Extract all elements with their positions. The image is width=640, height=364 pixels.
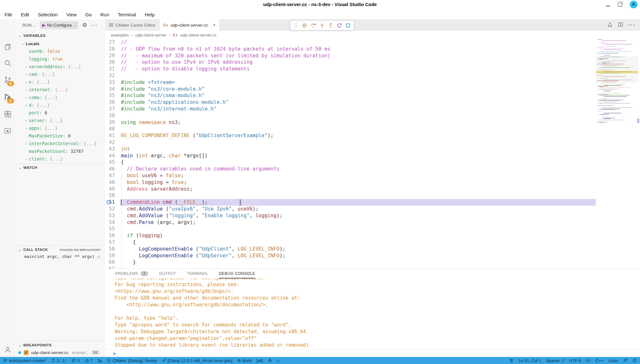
variable-row-d[interactable]: ›d: {...}: [15, 101, 105, 109]
chevron-right-icon[interactable]: ›: [24, 142, 29, 145]
minimize-icon[interactable]: [606, 6, 610, 6]
statusbar-encoding[interactable]: UTF-8: [569, 358, 581, 363]
chevron-right-icon[interactable]: ›: [24, 103, 29, 107]
call-stack-frame[interactable]: main(int argc, char ** argv) u.: [24, 254, 102, 259]
launch-config-dropdown[interactable]: ▶ No Configura ⌄: [40, 21, 79, 29]
variable-row-interPacketInterval[interactable]: ›interPacketInterval: {...}: [15, 140, 105, 147]
code-line-43[interactable]: 43int: [105, 146, 640, 153]
statusbar-indentation[interactable]: Spaces: 2: [546, 358, 565, 363]
code-line-31[interactable]: 31// - option to disable logging stateme…: [105, 66, 640, 72]
close-icon[interactable]: ×: [630, 1, 637, 8]
continue-icon[interactable]: [300, 21, 309, 29]
breadcrumb-item[interactable]: udp-client-server: [135, 33, 166, 37]
variable-row-server[interactable]: ›server: {...}: [15, 117, 105, 124]
code-line-30[interactable]: 30// - option to use IPv4 or IPv6 addres…: [105, 59, 640, 66]
code-line-37[interactable]: 37#include "ns3/internet-module.h": [105, 106, 640, 112]
statusbar-errors[interactable]: 0: [72, 358, 80, 363]
variable-row-serverAddress[interactable]: ›serverAddress: {...}: [15, 63, 105, 70]
more-actions-icon[interactable]: ···: [628, 22, 636, 28]
variables-scope-row[interactable]: ⌄Locals: [15, 40, 105, 47]
code-line-54[interactable]: 54 cmd.Parse (argc, argv);: [105, 219, 640, 226]
chevron-right-icon[interactable]: ›: [24, 72, 29, 76]
code-line-49[interactable]: 49 Address serverAddress;: [105, 186, 640, 193]
breadcrumb-item[interactable]: examples: [111, 33, 129, 37]
statusbar-run-target-button[interactable]: ▷: [277, 359, 280, 363]
account-icon[interactable]: [0, 342, 15, 357]
statusbar-cursor-position[interactable]: Ln 51, Col 1: [518, 358, 541, 363]
step-out-icon[interactable]: [326, 21, 335, 29]
restart-icon[interactable]: [335, 21, 344, 29]
code-line-28[interactable]: 28// - UDP flow from n0 to n1 of 1024 by…: [105, 46, 640, 53]
menu-item-terminal[interactable]: Terminal: [118, 12, 136, 17]
code-line-45[interactable]: 45{: [105, 159, 640, 166]
code-line-44[interactable]: 44main (int argc, char *argv[]): [105, 153, 640, 159]
cmake-tools-icon[interactable]: [0, 123, 15, 138]
menu-item-go[interactable]: Go: [85, 12, 92, 17]
code-line-59[interactable]: 59 LogComponentEnable ("UdpServer", LOG_…: [105, 252, 640, 259]
chevron-right-icon[interactable]: ›: [24, 95, 29, 99]
variable-row-logging[interactable]: logging: true: [15, 55, 105, 63]
statusbar-sync-changes[interactable]: 0↓ 1↑: [51, 358, 67, 363]
split-editor-icon[interactable]: [618, 22, 623, 29]
code-line-35[interactable]: 35#include "ns3/csma-module.h": [105, 92, 640, 99]
code-line-36[interactable]: 36#include "ns3/applications-module.h": [105, 99, 640, 106]
code-line-46[interactable]: 46 // Declare variables used in command-…: [105, 166, 640, 172]
step-over-icon[interactable]: [309, 21, 318, 29]
debug-settings-gear-icon[interactable]: ⚙: [82, 22, 87, 29]
statusbar-remote-indicator[interactable]: [509, 358, 514, 363]
step-into-icon[interactable]: [318, 21, 326, 29]
code-line-48[interactable]: 48 bool logging = true;: [105, 179, 640, 186]
variable-row-cmd[interactable]: ›cmd: {...}: [15, 70, 105, 78]
breakpoints-section-header[interactable]: ⌄ BREAKPOINTS: [15, 342, 105, 349]
run-debug-icon[interactable]: 1: [0, 89, 15, 105]
breadcrumb-item[interactable]: udp-client-server.cc: [180, 33, 216, 37]
panel-tab-debug-console[interactable]: DEBUG CONSOLE: [219, 269, 255, 278]
statusbar-language-mode[interactable]: C++: [595, 358, 603, 363]
restore-icon[interactable]: [618, 3, 622, 7]
statusbar-debug-status[interactable]: [97, 358, 102, 363]
variable-row-port[interactable]: port: 0: [15, 109, 105, 117]
tab-cmake-cache-editor[interactable]: CMake Cache Editor: [105, 19, 160, 31]
statusbar-cmake-status[interactable]: CMake: [Debug]: Ready: [107, 358, 157, 363]
run-below-icon[interactable]: [607, 22, 613, 29]
breakpoint-checkbox[interactable]: ✓: [24, 350, 29, 355]
chevron-right-icon[interactable]: ›: [24, 65, 29, 69]
code-line-40[interactable]: 40: [105, 126, 640, 132]
panel-tab-terminal[interactable]: TERMINAL: [187, 269, 208, 278]
console-prompt[interactable]: >: [113, 351, 116, 357]
chevron-right-icon[interactable]: ›: [24, 119, 29, 122]
code-line-47[interactable]: 47 bool useV6 = false;: [105, 172, 640, 179]
code-line-52[interactable]: 52 cmd.AddValue ("useIpv6", "Use Ipv6", …: [105, 206, 640, 212]
variables-section-header[interactable]: ⌄ VARIABLES: [15, 32, 105, 39]
code-line-58[interactable]: 58 LogComponentEnable ("UdpClient", LOG_…: [105, 246, 640, 252]
statusbar-eol[interactable]: LF: [586, 358, 591, 363]
chevron-right-icon[interactable]: ›: [24, 88, 29, 92]
statusbar-git-branch[interactable]: buildsystem-cmake*: [3, 358, 46, 363]
menu-item-view[interactable]: View: [66, 12, 77, 17]
statusbar-build-target[interactable]: [all]: [257, 358, 263, 363]
variable-row-csma[interactable]: ›csma: {...}: [15, 94, 105, 101]
statusbar-warnings[interactable]: 7: [85, 358, 93, 363]
variable-row-MaxPacketSize[interactable]: MaxPacketSize: 0: [15, 132, 105, 140]
explorer-icon[interactable]: [0, 39, 15, 54]
variable-row-apps[interactable]: ›apps: {...}: [15, 124, 105, 132]
code-line-56[interactable]: 56 if (logging): [105, 232, 640, 239]
menu-item-selection[interactable]: Selection: [38, 12, 58, 17]
code-line-53[interactable]: 53 cmd.AddValue ("logging", "Enable logg…: [105, 212, 640, 219]
source-control-icon[interactable]: 6: [0, 72, 15, 87]
code-line-60[interactable]: 60 }: [105, 259, 640, 266]
variable-row-internet[interactable]: ›internet: {...}: [15, 86, 105, 94]
code-line-27[interactable]: 27//: [105, 39, 640, 46]
statusbar-os-indicator[interactable]: Linux: [608, 358, 618, 363]
code-line-61[interactable]: 61: [105, 266, 640, 269]
code-line-39[interactable]: 39using namespace ns3;: [105, 119, 640, 126]
variable-row-n[interactable]: ›n: {...}: [15, 78, 105, 86]
variable-row-maxPacketCount[interactable]: maxPacketCount: 32767: [15, 147, 105, 155]
statusbar-notifications[interactable]: [632, 358, 637, 363]
panel-tab-output[interactable]: OUTPUT: [159, 269, 176, 278]
code-line-29[interactable]: 29// - maximum of 320 packets sent (or l…: [105, 53, 640, 59]
stop-icon[interactable]: [344, 21, 352, 29]
tab-udp-client-server[interactable]: C+ udp-client-server.cc ×: [160, 19, 220, 31]
code-line-55[interactable]: 55: [105, 226, 640, 232]
code-line-41[interactable]: 41NS_LOG_COMPONENT_DEFINE ("UdpClientSer…: [105, 132, 640, 139]
